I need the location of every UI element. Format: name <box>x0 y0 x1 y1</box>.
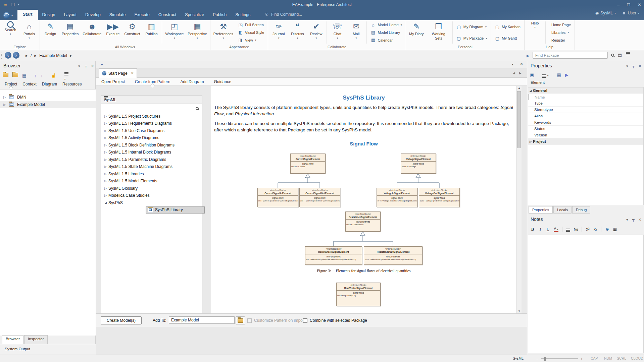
ribbon-button-model-home[interactable]: ⌂Model Home▾ <box>369 22 403 27</box>
status-toggle-num[interactable]: NUM <box>604 356 612 360</box>
pattern-item-sysphs-library[interactable]: SysPhS Library <box>101 206 202 214</box>
properties-tool-forward[interactable]: ▶ <box>565 72 568 78</box>
notes-tool-bold[interactable]: B <box>531 227 535 232</box>
ribbon-button-design[interactable]: ✎Design <box>41 20 60 45</box>
expand-icon[interactable]: ▷ <box>104 158 108 161</box>
dock-tab-browser[interactable]: Browser <box>2 335 23 344</box>
window-icon[interactable]: ❐ <box>11 3 15 7</box>
zoom-slider-thumb[interactable] <box>544 357 546 361</box>
ribbon-button-my-diary[interactable]: ✎My Diary <box>407 20 426 45</box>
search-icon[interactable] <box>611 54 614 57</box>
browser-tool-down-arrow[interactable]: ↓ <box>41 72 43 78</box>
start-page-subtab-guidance[interactable]: Guidance <box>213 78 232 85</box>
back-button[interactable]: ‹ <box>5 52 11 59</box>
zoom-slider[interactable] <box>541 358 578 359</box>
pattern-item-sysml-1-5-use-case-diagrams[interactable]: ▷SysML 1.5 Use Case Diagrams <box>101 127 202 134</box>
ribbon-button-search[interactable]: Search▾ <box>1 20 20 45</box>
ribbon-tab-start[interactable]: Start <box>17 10 38 20</box>
expand-icon[interactable]: ▷ <box>104 165 108 168</box>
collapse-icon[interactable]: ◢ <box>530 89 533 92</box>
app-logo-button[interactable]: ▾ <box>3 12 13 19</box>
expand-icon[interactable]: ▷ <box>104 122 108 125</box>
tab-list-caret-icon[interactable]: ▾ <box>512 62 513 66</box>
ribbon-button-my-diagram[interactable]: ▢My Diagram▾ <box>455 24 489 29</box>
menu-icon[interactable] <box>104 98 108 98</box>
restore-button[interactable]: ❐ <box>627 3 630 7</box>
ribbon-button-full-screen[interactable]: ◳Full Screen <box>236 22 266 27</box>
user-icon[interactable]: ☻ <box>3 3 8 7</box>
close-icon[interactable]: ✕ <box>638 64 641 68</box>
ribbon-button-discuss[interactable]: ❝Discuss▾ <box>288 20 307 45</box>
ribbon-button-publish[interactable]: ▥Publish <box>142 20 161 45</box>
start-page-subtab-open-project[interactable]: Open Project <box>101 78 126 85</box>
status-perspective-label[interactable]: SysML <box>513 356 524 360</box>
properties-tool-save[interactable]: ▣ <box>530 72 534 78</box>
ribbon-button-view[interactable]: ◨View▾ <box>236 38 266 43</box>
ribbon-button-review[interactable]: ✔Review▾ <box>307 20 326 45</box>
ribbon-button-mail[interactable]: ✉Mail▾ <box>347 20 365 45</box>
browser-tool-up-arrow[interactable]: ↑ <box>34 72 37 78</box>
browser-tool-menu[interactable]: ▾ <box>64 69 68 81</box>
scroll-up-icon[interactable]: ▲ <box>516 86 522 89</box>
expand-icon[interactable]: ▷ <box>3 103 6 106</box>
expand-icon[interactable]: ▷ <box>104 129 108 132</box>
document-scrollbar[interactable]: ▲ ▼ <box>516 86 522 313</box>
property-row-name[interactable]: Name <box>528 94 643 100</box>
notes-tool-numbered-list[interactable]: № <box>574 227 578 232</box>
forward-button[interactable]: › <box>13 52 19 59</box>
pattern-item-sysml-1-5-model-elements[interactable]: ▷SysML 1.5 Model Elements <box>101 178 202 185</box>
close-button[interactable]: ✕ <box>638 2 641 7</box>
notes-edit-area[interactable] <box>528 235 644 353</box>
tab-scroll-left-icon[interactable]: ◀ <box>513 71 515 75</box>
ribbon-button-my-gantt[interactable]: ▢My Gantt <box>493 36 522 41</box>
scrollbar-thumb[interactable] <box>517 91 521 148</box>
expand-icon[interactable]: ▷ <box>104 187 108 190</box>
ribbon-button-home-page[interactable]: Home Page <box>548 22 573 27</box>
ribbon-tab-simulate[interactable]: Simulate <box>105 10 130 20</box>
expand-icon[interactable]: ▷ <box>104 136 108 139</box>
drag-handle[interactable] <box>1 53 2 59</box>
ribbon-button-portals[interactable]: ⌂Portals▾ <box>20 20 39 45</box>
ribbon-button-register[interactable]: Register <box>548 38 573 43</box>
tree-item-example-model[interactable]: ▷Example Model <box>0 101 96 108</box>
tree-item-dmn[interactable]: ▷DMN <box>0 94 96 101</box>
property-row-keywords[interactable]: Keywords <box>528 119 643 126</box>
ribbon-button-construct[interactable]: ⚙Construct <box>122 20 142 45</box>
pattern-item-sysml-1-5-parametric-diagrams[interactable]: ▷SysML 1.5 Parametric Diagrams <box>101 156 202 163</box>
ribbon-button-workspace[interactable]: ◰Workspace▾ <box>163 20 186 45</box>
ribbon-button-my-kanban[interactable]: ▢My Kanban <box>493 24 522 29</box>
pin-icon[interactable]: ┯ <box>632 64 635 68</box>
ribbon-button-journal[interactable]: ✑Journal▾ <box>269 20 288 45</box>
properties-tool-menu[interactable]: ▾ <box>542 72 548 78</box>
breadcrumb-model[interactable]: Example Model <box>39 53 67 58</box>
browser-tab-context[interactable]: Context <box>20 80 38 88</box>
close-icon[interactable]: ✕ <box>638 218 641 222</box>
expand-arrow-icon[interactable]: ▶ <box>527 54 529 58</box>
minimize-button[interactable]: – <box>617 2 620 7</box>
notes-tool-bullet-list[interactable] <box>566 227 570 232</box>
close-icon[interactable]: ✕ <box>520 62 523 66</box>
ribbon-tab-publish[interactable]: Publish <box>208 10 231 20</box>
pattern-item-sysml-1-5-project-structures[interactable]: ▷SysML 1.5 Project Structures <box>101 113 202 120</box>
notes-tool-subscript[interactable]: x₂ <box>593 227 597 232</box>
pattern-item-sysml-1-5-internal-block-diagrams[interactable]: ▷SysML 1.5 Internal Block Diagrams <box>101 149 202 156</box>
properties-tool-diagram-view[interactable]: ▦ <box>557 72 561 78</box>
ribbon-tab-layout[interactable]: Layout <box>59 10 81 20</box>
browser-tab-project[interactable]: Project <box>3 80 19 88</box>
ribbon-button-model-library[interactable]: ▤Model Library <box>369 30 403 35</box>
ribbon-button-my-package[interactable]: ▢My Package▾ <box>455 36 489 41</box>
find-command-box[interactable]: ☉ Find Command... <box>265 12 302 17</box>
notes-tool-italic[interactable]: I <box>538 227 542 232</box>
expand-icon[interactable]: ▷ <box>104 172 108 176</box>
ribbon-tab-execute[interactable]: Execute <box>130 10 154 20</box>
browser-tool-diagram-view[interactable]: ▦ <box>22 72 26 78</box>
property-row-status[interactable]: Status <box>528 126 643 132</box>
chevron-double-right-icon[interactable]: » <box>100 62 103 67</box>
properties-tab-locals[interactable]: Locals <box>553 206 572 214</box>
browser-tab-diagram[interactable]: Diagram <box>40 80 59 88</box>
start-page-subtab-create-from-pattern[interactable]: Create from Pattern <box>134 78 171 85</box>
property-row-type[interactable]: Type <box>528 100 643 107</box>
expand-icon[interactable]: ▷ <box>104 179 108 183</box>
ribbon-tab-construct[interactable]: Construct <box>154 10 181 20</box>
pin-icon[interactable]: ┯ <box>85 64 87 68</box>
